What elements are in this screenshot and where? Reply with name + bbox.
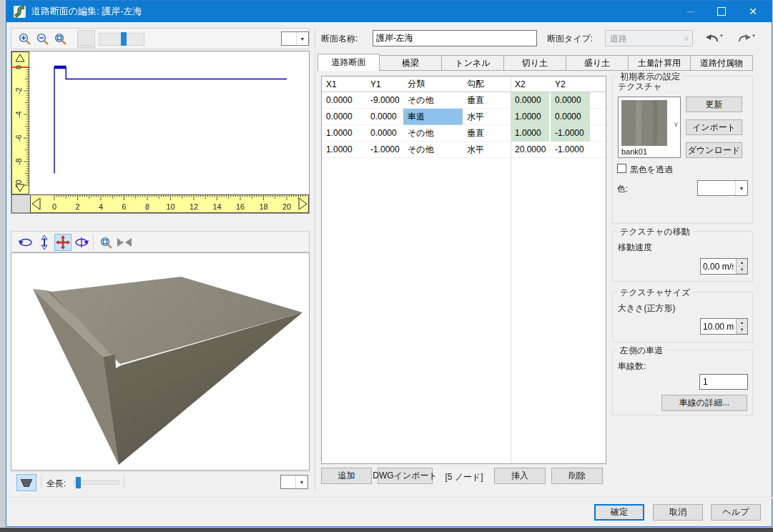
section-type-dropdown[interactable]: 道路 ∨ <box>605 30 693 46</box>
zoom-in-button[interactable] <box>16 31 33 47</box>
dwg-import-button[interactable]: DWGインポート <box>378 468 433 484</box>
tab-fill[interactable]: 盛り土 <box>566 55 629 71</box>
cell-y2[interactable]: 0.0000 <box>551 92 591 109</box>
undo-dropdown-caret[interactable]: ▼ <box>719 34 724 38</box>
cell-y2[interactable]: 0.0000 <box>551 109 591 125</box>
ok-button[interactable]: 確定 <box>594 504 644 521</box>
tab-tunnel[interactable]: トンネル <box>442 55 504 71</box>
move-speed-spinner[interactable]: ▲▼ <box>700 258 748 275</box>
texture-size-spinner[interactable]: ▲▼ <box>700 318 748 335</box>
pan-button[interactable] <box>54 234 72 251</box>
lane-count-input[interactable] <box>699 374 748 390</box>
model-color-dropdown[interactable]: ▼ <box>280 475 308 489</box>
background-color-dropdown[interactable]: ▼ <box>281 31 309 46</box>
move-speed-input[interactable] <box>701 259 736 274</box>
cell-slope[interactable]: 垂直 <box>463 125 511 142</box>
tab-earthwork[interactable]: 土量計算用 <box>629 55 691 71</box>
pane-divider <box>315 28 315 493</box>
cell-x1[interactable]: 1.0000 <box>322 142 366 158</box>
col-class[interactable]: 分類 <box>403 77 463 92</box>
cell-x1[interactable]: 0.0000 <box>322 92 366 109</box>
delete-button[interactable]: 削除 <box>551 468 603 484</box>
spin-up-icon[interactable]: ▲ <box>737 319 747 327</box>
help-button[interactable]: ヘルプ <box>711 504 761 521</box>
cross-section-view[interactable]: 0-2-4-6-8-1002468101214161820 <box>11 51 310 214</box>
cell-x1[interactable]: 0.0000 <box>322 109 366 125</box>
import-button[interactable]: インポート <box>686 119 742 135</box>
title-bar[interactable]: 道路断面の編集: 護岸-左海 ✕ <box>6 1 772 22</box>
cell-slope[interactable]: 垂直 <box>463 92 511 109</box>
maximize-button[interactable] <box>706 1 737 22</box>
col-x2[interactable]: X2 <box>511 77 551 92</box>
grid-options-button[interactable]: ..... <box>77 30 95 48</box>
spin-up-icon[interactable]: ▲ <box>737 259 747 267</box>
close-button[interactable]: ✕ <box>737 1 769 22</box>
tilt-button[interactable] <box>36 234 53 251</box>
camera-view-button[interactable] <box>116 234 133 251</box>
cell-x2[interactable]: 0.0000 <box>511 92 551 109</box>
view-cone-button[interactable] <box>16 474 36 491</box>
spin-down-icon[interactable]: ▼ <box>737 267 747 275</box>
zoom-fit-button[interactable] <box>52 31 69 47</box>
tab-road-section[interactable]: 道路断面 <box>317 54 380 71</box>
table-row[interactable]: 0.0000 0.0000 車道 水平 1.0000 0.0000 <box>322 109 606 125</box>
download-button[interactable]: ダウンロード <box>686 142 742 158</box>
full-length-slider-handle[interactable] <box>76 477 81 488</box>
col-slope[interactable]: 勾配 <box>463 77 511 92</box>
lane-details-button[interactable]: 車線の詳細... <box>661 395 747 411</box>
redo-dropdown-caret[interactable]: ▼ <box>752 34 756 38</box>
texture-size-input[interactable] <box>701 319 736 334</box>
cell-class[interactable]: その他 <box>403 125 463 142</box>
cell-slope[interactable]: 水平 <box>463 109 511 125</box>
col-y1[interactable]: Y1 <box>366 77 403 92</box>
cell-class[interactable]: その他 <box>403 142 463 158</box>
cell-y1[interactable]: -9.0000 <box>366 92 403 109</box>
section-name-input[interactable] <box>373 30 537 46</box>
viewport-3d[interactable] <box>11 252 310 471</box>
cancel-button[interactable]: 取消 <box>653 504 703 521</box>
cell-x2[interactable]: 1.0000 <box>511 109 551 125</box>
cell-y1[interactable]: 0.0000 <box>366 109 403 125</box>
camera-view-icon <box>117 237 132 248</box>
zoom-out-button[interactable] <box>34 31 51 47</box>
cell-x1[interactable]: 1.0000 <box>322 125 366 142</box>
col-y2[interactable]: Y2 <box>551 77 591 92</box>
cell-class-selected[interactable]: 車道 <box>403 109 463 125</box>
table-row[interactable]: 1.0000 -1.0000 その他 水平 20.0000 -1.0000 <box>322 142 606 158</box>
cell-y1[interactable]: -1.0000 <box>366 142 403 158</box>
transparent-black-checkbox[interactable] <box>617 164 626 173</box>
display-color-dropdown[interactable]: ▼ <box>697 180 748 196</box>
zoom-fit-icon <box>54 32 67 46</box>
rotate-view-button[interactable] <box>73 234 90 251</box>
cell-class[interactable]: その他 <box>403 92 463 109</box>
cell-y1[interactable]: 0.0000 <box>366 125 403 142</box>
table-row[interactable]: 0.0000 -9.0000 その他 垂直 0.0000 0.0000 <box>322 92 606 109</box>
cell-y2[interactable]: -1.0000 <box>551 142 591 158</box>
update-button[interactable]: 更新 <box>686 97 742 112</box>
add-button[interactable]: 追加 <box>321 468 372 484</box>
insert-button[interactable]: 挿入 <box>494 468 546 484</box>
cross-section-canvas[interactable]: 0-2-4-6-8-1002468101214161820 <box>11 51 309 213</box>
cell-y2[interactable]: -1.0000 <box>551 125 591 142</box>
zoom-region-button[interactable] <box>97 234 114 251</box>
tab-road-accessories[interactable]: 道路付属物 <box>691 55 753 71</box>
minimize-button[interactable] <box>674 1 706 22</box>
zoom-slider[interactable] <box>99 33 144 46</box>
full-length-slider[interactable] <box>74 481 119 485</box>
table-row[interactable]: 1.0000 0.0000 その他 垂直 1.0000 -1.0000 <box>322 125 606 142</box>
zoom-in-icon <box>18 32 31 46</box>
col-x1[interactable]: X1 <box>322 77 366 92</box>
spin-down-icon[interactable]: ▼ <box>737 327 747 335</box>
cell-x2[interactable]: 20.0000 <box>511 142 551 158</box>
chevron-down-icon[interactable]: ∨ <box>674 120 679 128</box>
tab-bridge[interactable]: 橋梁 <box>380 55 442 71</box>
cell-x2[interactable]: 1.0000 <box>511 125 551 142</box>
texture-selector[interactable]: ∨ bank01 <box>618 97 681 158</box>
orbit-button[interactable] <box>17 234 34 251</box>
undo-button[interactable] <box>704 29 720 46</box>
tab-cut[interactable]: 切り土 <box>504 55 566 71</box>
segment-table[interactable]: X1 Y1 分類 勾配 X2 Y2 0.0000 -9.0000 その他 垂直 … <box>321 76 606 464</box>
zoom-slider-handle[interactable] <box>121 32 127 46</box>
cell-slope[interactable]: 水平 <box>463 142 511 158</box>
redo-button[interactable] <box>736 29 752 46</box>
